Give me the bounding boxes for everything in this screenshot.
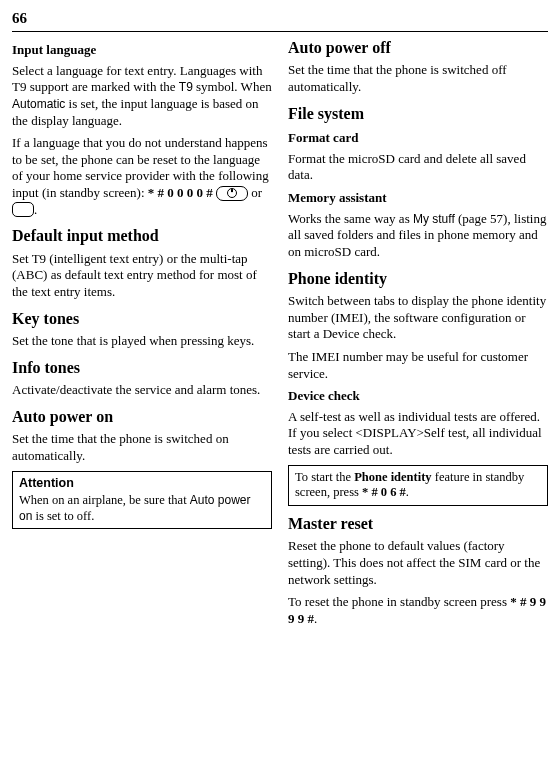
key-sequence: * # 0 0 0 0 #	[148, 185, 213, 200]
heading-key-tones: Key tones	[12, 309, 272, 329]
key-sequence: * # 0 6 #	[362, 485, 406, 499]
body-text: Reset the phone to default values (facto…	[288, 538, 548, 588]
text: or	[251, 185, 262, 200]
body-text: Set the time that the phone is switched …	[288, 62, 548, 95]
body-text: Format the microSD card and delete all s…	[288, 151, 548, 184]
heading-phone-identity: Phone identity	[288, 269, 548, 289]
body-text: Activate/deactivate the service and alar…	[12, 382, 272, 399]
body-text: Select a language for text entry. Langua…	[12, 63, 272, 130]
heading-default-input: Default input method	[12, 226, 272, 246]
t9-symbol: T9	[179, 80, 193, 94]
right-column: Auto power off Set the time that the pho…	[288, 38, 548, 634]
body-text: To reset the phone in standby screen pre…	[288, 594, 548, 627]
body-text: Set T9 (intelligent text entry) or the m…	[12, 251, 272, 301]
attention-box: Attention When on an airplane, be sure t…	[12, 471, 272, 530]
top-rule	[12, 31, 548, 32]
body-text: Works the same way as My stuff (page 57)…	[288, 211, 548, 261]
text: .	[314, 611, 317, 626]
page: 66 Input language Select a language for …	[0, 0, 560, 763]
automatic-label: Automatic	[12, 97, 65, 111]
heading-input-language: Input language	[12, 42, 272, 59]
text: is set to off.	[32, 509, 94, 523]
columns: Input language Select a language for tex…	[12, 38, 548, 634]
body-text: A self-test as well as individual tests …	[288, 409, 548, 459]
softkey-icon	[216, 186, 248, 201]
text: .	[34, 202, 37, 217]
text: To reset the phone in standby screen pre…	[288, 594, 510, 609]
text: .	[406, 485, 409, 499]
text: To start the	[295, 470, 354, 484]
body-text: Set the tone that is played when pressin…	[12, 333, 272, 350]
heading-info-tones: Info tones	[12, 358, 272, 378]
heading-device-check: Device check	[288, 388, 548, 405]
my-stuff-label: My stuff	[413, 212, 455, 226]
text: symbol. When	[193, 79, 272, 94]
heading-memory-assistant: Memory assistant	[288, 190, 548, 207]
attention-body: When on an airplane, be sure that Auto p…	[19, 493, 265, 524]
left-column: Input language Select a language for tex…	[12, 38, 272, 634]
key-icon	[12, 202, 34, 217]
phone-identity-box: To start the Phone identity feature in s…	[288, 465, 548, 506]
attention-title: Attention	[19, 476, 265, 492]
heading-auto-power-on: Auto power on	[12, 407, 272, 427]
heading-master-reset: Master reset	[288, 514, 548, 534]
heading-format-card: Format card	[288, 130, 548, 147]
heading-auto-power-off: Auto power off	[288, 38, 548, 58]
text: Works the same way as	[288, 211, 413, 226]
heading-file-system: File system	[288, 104, 548, 124]
page-number: 66	[12, 10, 548, 29]
body-text: The IMEI number may be useful for custom…	[288, 349, 548, 382]
body-text: If a language that you do not understand…	[12, 135, 272, 218]
body-text: Set the time that the phone is switched …	[12, 431, 272, 464]
text: When on an airplane, be sure that	[19, 493, 190, 507]
body-text: Switch between tabs to display the phone…	[288, 293, 548, 343]
phone-identity-bold: Phone identity	[354, 470, 431, 484]
